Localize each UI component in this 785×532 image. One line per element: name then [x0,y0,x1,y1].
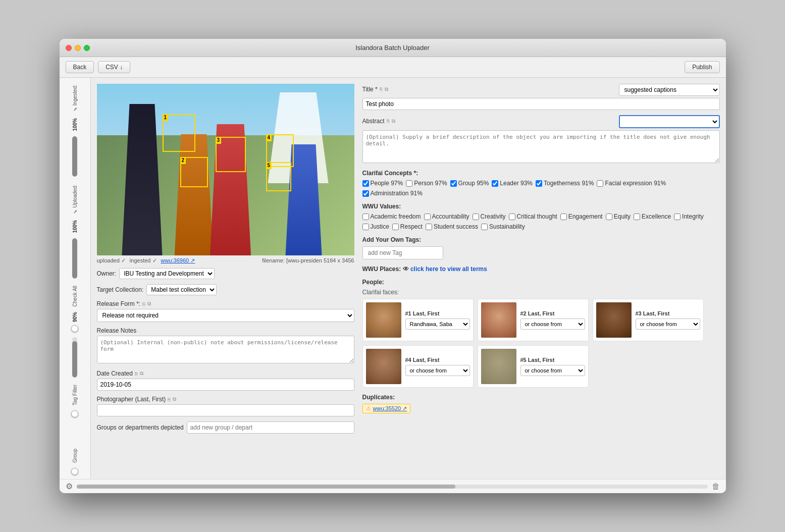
date-paste-icon[interactable]: ⧉ [140,370,143,377]
value-item[interactable]: Integrity [674,213,704,220]
values-row-2: Justice Respect Student success Sustaina… [362,223,720,230]
value-checkbox[interactable] [509,214,515,220]
places-label: WWU Places: 👁 click here to view all ter… [362,265,487,273]
publish-button[interactable]: Publish [685,61,719,73]
check-bar [72,337,77,378]
title-input[interactable] [362,98,720,110]
concept-checkbox[interactable] [492,180,498,187]
tag-input[interactable] [362,246,443,259]
value-item[interactable]: Sustainability [481,223,525,230]
maximize-button[interactable] [84,45,90,51]
settings-icon[interactable]: ⚙ [66,482,73,491]
trash-icon[interactable]: 🗑 [712,482,720,491]
concept-checkbox[interactable] [536,180,542,187]
release-notes-label: Release Notes [97,327,354,334]
photographer-copy-icon[interactable]: ⎘ [168,397,171,402]
concept-item[interactable]: Leader 93% [492,180,533,187]
value-item[interactable]: Critical thought [509,213,557,220]
date-copy-icon[interactable]: ⎘ [135,371,138,377]
person-select-5[interactable]: or choose from [520,365,585,376]
release-notes-textarea[interactable] [97,336,354,363]
value-item[interactable]: Equity [606,213,631,220]
concept-checkbox[interactable] [362,190,369,197]
concept-checkbox[interactable] [362,180,369,187]
value-checkbox[interactable] [392,224,399,230]
value-checkbox[interactable] [424,214,431,220]
photographer-input[interactable] [97,404,354,416]
duplicate-link[interactable]: wwu:35520 ↗ [373,405,407,412]
ingested-status: ingested ✓ [130,257,157,264]
person-select-4[interactable]: or choose from [405,365,470,376]
concept-item[interactable]: Administration 91% [362,190,423,197]
value-checkbox[interactable] [473,214,479,220]
concept-item[interactable]: Togetherness 91% [536,180,594,187]
concept-item[interactable]: Facial expression 91% [597,180,666,187]
titlebar: Islandora Batch Uploader [60,39,726,57]
groups-input[interactable] [187,421,354,434]
value-item[interactable]: Creativity [473,213,506,220]
owner-select[interactable]: IBU Testing and Development [119,268,215,279]
value-item[interactable]: Accountability [424,213,469,220]
minimize-button[interactable] [75,45,81,51]
abstract-copy-icon[interactable]: ⎘ [387,118,390,124]
value-checkbox[interactable] [674,214,681,220]
uploaded-bar [72,238,77,279]
value-item[interactable]: Student success [426,223,478,230]
check-knob[interactable] [71,325,78,332]
date-created-input[interactable] [97,379,354,391]
date-created-label: Date Created ⎘ ⧉ [97,370,354,377]
face-box-3: 3 [216,137,246,172]
csv-button[interactable]: CSV ↓ [98,61,130,73]
photo-status: uploaded ✓ ingested ✓ wwu:36960 ↗ [97,257,195,264]
release-form-label: Release Form *: ⎘ ⧉ [97,300,354,307]
value-checkbox[interactable] [606,214,612,220]
release-copy-icon[interactable]: ⎘ [142,301,145,307]
face-label-5: 5 [266,162,272,169]
back-button[interactable]: Back [66,61,94,73]
release-paste-icon[interactable]: ⧉ [147,301,151,307]
value-checkbox[interactable] [560,214,567,220]
value-item[interactable]: Respect [392,223,423,230]
values-row-1: Academic freedom Accountability Creativi… [362,213,720,220]
value-item[interactable]: Engagement [560,213,603,220]
title-dropdown[interactable]: suggested captions [619,84,720,96]
concept-checkbox[interactable] [406,180,412,187]
places-link[interactable]: click here to view all terms [410,265,487,273]
person-select-2[interactable]: or choose from [520,318,585,330]
concept-item[interactable]: Person 97% [406,180,447,187]
face-label-4: 4 [266,134,272,141]
title-copy-icon[interactable]: ⎘ [380,86,383,92]
concept-checkbox[interactable] [450,180,457,187]
duplicates-section: Duplicates: ⚠ wwu:35520 ↗ [362,394,720,413]
value-checkbox[interactable] [426,224,432,230]
abstract-paste-icon[interactable]: ⧉ [392,118,395,124]
value-checkbox[interactable] [481,224,488,230]
release-form-select[interactable]: Release not required [97,309,354,322]
person-select-3[interactable]: or choose from [636,318,700,330]
uploaded-status: uploaded ✓ [97,257,126,264]
value-checkbox[interactable] [362,214,369,220]
scrollbar-track[interactable] [77,485,708,489]
abstract-textarea[interactable] [362,130,720,163]
concept-checkbox[interactable] [597,180,603,187]
value-item[interactable]: Academic freedom [362,213,421,220]
value-checkbox[interactable] [634,214,640,220]
value-item[interactable]: Justice [362,223,389,230]
close-button[interactable] [66,45,72,51]
value-checkbox[interactable] [362,224,369,230]
content-area: 1 2 3 4 5 [91,78,726,479]
tag-knob[interactable] [71,410,78,417]
group-knob[interactable] [71,468,78,475]
abstract-dropdown[interactable] [619,115,720,128]
abstract-label: Abstract ⎘ ⧉ [362,118,395,125]
concept-item[interactable]: Group 95% [450,180,489,187]
wwu-id-link[interactable]: wwu:36960 ↗ [161,257,195,264]
photographer-paste-icon[interactable]: ⧉ [173,396,176,402]
face-box-5: 5 [266,162,291,191]
tags-section: Add Your Own Tags: [362,236,720,259]
person-select-1[interactable]: Randhawa, Saba [405,318,470,330]
target-collection-select[interactable]: Mabel test collection [146,284,217,295]
concept-item[interactable]: People 97% [362,180,403,187]
value-item[interactable]: Excellence [634,213,671,220]
title-paste-icon[interactable]: ⧉ [385,86,388,92]
